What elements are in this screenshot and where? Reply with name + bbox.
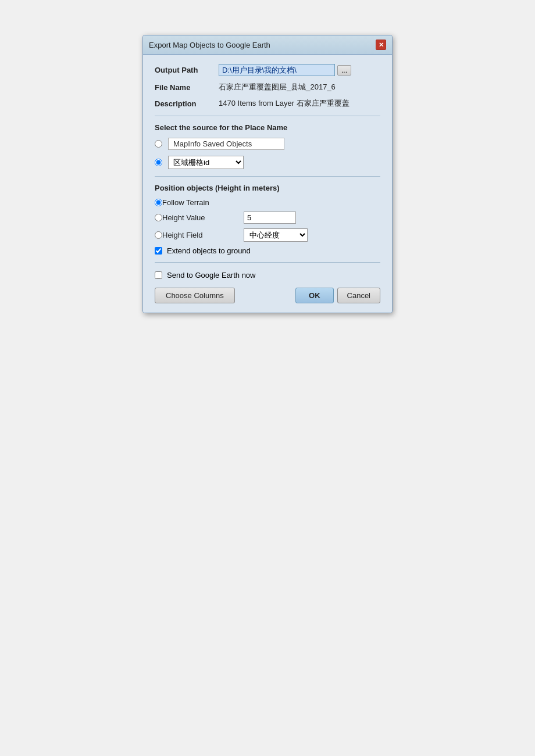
send-label: Send to Google Earth now	[167, 271, 256, 280]
height-field-select[interactable]: 中心经度	[244, 228, 308, 242]
divider-2	[155, 176, 380, 177]
file-name-value: 石家庄严重覆盖图层_县城_2017_6	[219, 82, 336, 92]
divider-1	[155, 116, 380, 116]
browse-button[interactable]: ...	[337, 65, 351, 76]
output-path-row: Output Path ...	[155, 64, 380, 76]
mapinfo-saved-objects-input	[168, 138, 284, 150]
description-row: Description 1470 Items from Layer 石家庄严重覆…	[155, 98, 380, 109]
height-field-label: Height Field	[162, 231, 244, 239]
region-dropdown[interactable]: 区域栅格id	[168, 156, 244, 169]
file-name-row: File Name 石家庄严重覆盖图层_县城_2017_6	[155, 82, 380, 92]
dialog-body: Output Path ... File Name 石家庄严重覆盖图层_县城_2…	[143, 55, 392, 313]
radio-region-row: 区域栅格id	[155, 156, 380, 169]
description-value: 1470 Items from Layer 石家庄严重覆盖	[219, 98, 349, 109]
height-value-row: Height Value	[155, 212, 380, 224]
height-value-input[interactable]	[244, 212, 296, 224]
file-name-label: File Name	[155, 83, 219, 92]
extend-label: Extend objects to ground	[167, 246, 251, 255]
extend-checkbox[interactable]	[155, 247, 162, 255]
dialog-title: Export Map Objects to Google Earth	[149, 41, 270, 49]
send-checkbox-row: Send to Google Earth now	[155, 271, 380, 280]
radio-mapinfo[interactable]	[155, 140, 162, 148]
choose-columns-button[interactable]: Choose Columns	[155, 288, 235, 303]
ok-button[interactable]: OK	[295, 288, 334, 303]
radio-region[interactable]	[155, 159, 162, 166]
ok-cancel-group: OK Cancel	[295, 288, 380, 303]
output-path-input[interactable]	[219, 64, 335, 76]
output-path-label: Output Path	[155, 66, 219, 74]
height-field-row: Height Field 中心经度	[155, 228, 380, 242]
radio-follow-terrain[interactable]	[155, 199, 162, 206]
follow-terrain-row: Follow Terrain	[155, 198, 380, 207]
height-value-label: Height Value	[162, 213, 244, 222]
title-bar: Export Map Objects to Google Earth ✕	[143, 35, 392, 55]
divider-3	[155, 262, 380, 263]
radio-height-value[interactable]	[155, 214, 162, 221]
cancel-button[interactable]: Cancel	[337, 288, 380, 303]
follow-terrain-label: Follow Terrain	[162, 198, 244, 207]
extend-checkbox-row: Extend objects to ground	[155, 246, 380, 255]
radio-mapinfo-row	[155, 138, 380, 150]
button-row: Choose Columns OK Cancel	[155, 288, 380, 303]
description-label: Description	[155, 99, 219, 108]
place-name-section-title: Select the source for the Place Name	[155, 123, 380, 132]
close-button[interactable]: ✕	[376, 40, 386, 50]
send-checkbox[interactable]	[155, 271, 162, 279]
position-section-title: Position objects (Height in meters)	[155, 184, 380, 192]
radio-height-field[interactable]	[155, 231, 162, 239]
bottom-section: Send to Google Earth now Choose Columns …	[155, 271, 380, 303]
position-section: Position objects (Height in meters) Foll…	[155, 184, 380, 255]
export-dialog: Export Map Objects to Google Earth ✕ Out…	[142, 35, 393, 313]
